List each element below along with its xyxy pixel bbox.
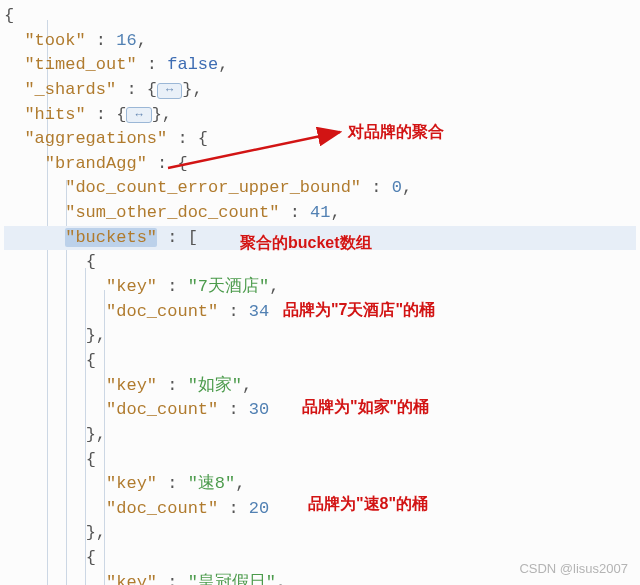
code-line: }, bbox=[4, 521, 636, 546]
json-key: "key" bbox=[106, 474, 157, 493]
fold-icon[interactable]: ↔ bbox=[157, 83, 182, 99]
annotation-bucket1: 品牌为"7天酒店"的桶 bbox=[283, 298, 435, 321]
json-key: "took" bbox=[24, 31, 85, 50]
json-string: "如家" bbox=[188, 376, 242, 395]
json-key: "doc_count" bbox=[106, 400, 218, 419]
annotation-aggregation: 对品牌的聚合 bbox=[348, 120, 444, 143]
watermark: CSDN @lisus2007 bbox=[519, 560, 628, 579]
code-line: "aggregations" : { bbox=[4, 127, 636, 152]
code-line: { bbox=[4, 349, 636, 374]
json-key: "timed_out" bbox=[24, 55, 136, 74]
annotation-bucket2: 品牌为"如家"的桶 bbox=[302, 395, 429, 418]
json-number: 0 bbox=[392, 178, 402, 197]
code-line: { bbox=[4, 448, 636, 473]
json-key-selected: "buckets" bbox=[65, 228, 157, 247]
code-line: "took" : 16, bbox=[4, 29, 636, 54]
json-number: 16 bbox=[116, 31, 136, 50]
code-line: "doc_count_error_upper_bound" : 0, bbox=[4, 176, 636, 201]
json-key: "doc_count" bbox=[106, 499, 218, 518]
json-string: "皇冠假日" bbox=[188, 573, 276, 585]
json-string: "7天酒店" bbox=[188, 277, 270, 296]
code-line: "hits" : {↔}, bbox=[4, 103, 636, 128]
json-string: "速8" bbox=[188, 474, 236, 493]
code-line: "brandAgg" : { bbox=[4, 152, 636, 177]
json-number: 41 bbox=[310, 203, 330, 222]
brace-open: { bbox=[4, 6, 14, 25]
code-line: }, bbox=[4, 324, 636, 349]
json-key: "sum_other_doc_count" bbox=[65, 203, 279, 222]
json-key: "key" bbox=[106, 277, 157, 296]
annotation-bucket-array: 聚合的bucket数组 bbox=[240, 231, 372, 254]
json-key: "key" bbox=[106, 573, 157, 585]
annotation-bucket3: 品牌为"速8"的桶 bbox=[308, 492, 428, 515]
json-key: "hits" bbox=[24, 105, 85, 124]
code-line: { bbox=[4, 4, 636, 29]
code-line: "_shards" : {↔}, bbox=[4, 78, 636, 103]
json-key: "doc_count_error_upper_bound" bbox=[65, 178, 361, 197]
json-key: "_shards" bbox=[24, 80, 116, 99]
json-number: 20 bbox=[249, 499, 269, 518]
fold-icon[interactable]: ↔ bbox=[126, 107, 151, 123]
code-line: }, bbox=[4, 423, 636, 448]
code-line: "timed_out" : false, bbox=[4, 53, 636, 78]
json-key: "brandAgg" bbox=[45, 154, 147, 173]
json-key: "doc_count" bbox=[106, 302, 218, 321]
json-number: 34 bbox=[249, 302, 269, 321]
json-number: 30 bbox=[249, 400, 269, 419]
json-key: "key" bbox=[106, 376, 157, 395]
json-key: "aggregations" bbox=[24, 129, 167, 148]
code-line: "key" : "7天酒店", bbox=[4, 275, 636, 300]
json-bool: false bbox=[167, 55, 218, 74]
code-line: "sum_other_doc_count" : 41, bbox=[4, 201, 636, 226]
